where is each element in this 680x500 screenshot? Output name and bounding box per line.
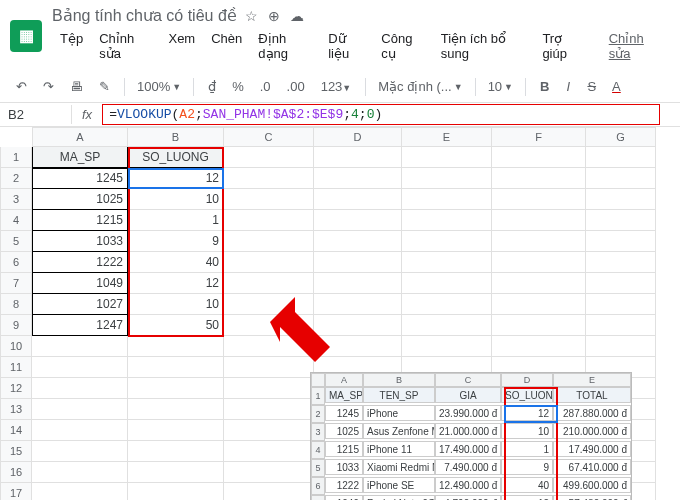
cell-B4[interactable]: 1 [128,210,224,231]
paint-format-button[interactable]: ✎ [93,75,116,98]
cell-C3[interactable] [224,189,314,210]
cell-C9[interactable] [224,315,314,336]
row-header-14[interactable]: 14 [0,420,32,441]
strike-button[interactable]: S [581,75,602,98]
cell-B16[interactable] [128,462,224,483]
cell-E10[interactable] [402,336,492,357]
print-button[interactable]: 🖶 [64,75,89,98]
cell-D4[interactable] [314,210,402,231]
cell-A13[interactable] [32,399,128,420]
cell-F8[interactable] [492,294,586,315]
cell-D3[interactable] [314,189,402,210]
undo-button[interactable]: ↶ [10,75,33,98]
edit-link[interactable]: Chỉnh sửa [601,27,670,65]
cell-F9[interactable] [492,315,586,336]
dec-decimal-button[interactable]: .0 [254,75,277,98]
cell-C7[interactable] [224,273,314,294]
row-header-9[interactable]: 9 [0,315,32,336]
cell-A7[interactable]: 1049 [32,273,128,294]
currency-button[interactable]: ₫ [202,75,222,98]
col-header-E[interactable]: E [402,127,492,147]
cell-C10[interactable] [224,336,314,357]
cell-G7[interactable] [586,273,656,294]
cell-F10[interactable] [492,336,586,357]
cell-A10[interactable] [32,336,128,357]
cell-G5[interactable] [586,231,656,252]
cell-B10[interactable] [128,336,224,357]
row-header-16[interactable]: 16 [0,462,32,483]
cell-B2[interactable]: 12 [128,168,224,189]
cell-C16[interactable] [224,462,314,483]
cell-G8[interactable] [586,294,656,315]
cell-A14[interactable] [32,420,128,441]
row-header-5[interactable]: 5 [0,231,32,252]
cell-C15[interactable] [224,441,314,462]
cell-D7[interactable] [314,273,402,294]
cell-B7[interactable]: 12 [128,273,224,294]
cell-C13[interactable] [224,399,314,420]
menu-trợ giúp[interactable]: Trợ giúp [534,27,592,65]
cell-A1[interactable]: MA_SP [32,147,128,168]
more-formats-button[interactable]: 123▼ [315,75,358,98]
cell-E7[interactable] [402,273,492,294]
col-header-D[interactable]: D [314,127,402,147]
cell-F4[interactable] [492,210,586,231]
col-header-C[interactable]: C [224,127,314,147]
row-header-17[interactable]: 17 [0,483,32,500]
cell-G3[interactable] [586,189,656,210]
row-header-12[interactable]: 12 [0,378,32,399]
cell-D8[interactable] [314,294,402,315]
doc-title[interactable]: Bảng tính chưa có tiêu đề [52,6,237,25]
menu-tiện ích bổ sung[interactable]: Tiện ích bổ sung [433,27,535,65]
cell-B1[interactable]: SO_LUONG [128,147,224,168]
row-header-8[interactable]: 8 [0,294,32,315]
menu-chèn[interactable]: Chèn [203,27,250,65]
cell-E8[interactable] [402,294,492,315]
cell-B5[interactable]: 9 [128,231,224,252]
bold-button[interactable]: B [534,75,555,98]
cell-B3[interactable]: 10 [128,189,224,210]
cell-G1[interactable] [586,147,656,168]
menu-công cụ[interactable]: Công cụ [373,27,432,65]
col-header-F[interactable]: F [492,127,586,147]
cell-C2[interactable] [224,168,314,189]
cell-G9[interactable] [586,315,656,336]
cell-D10[interactable] [314,336,402,357]
cell-E4[interactable] [402,210,492,231]
cell-G10[interactable] [586,336,656,357]
cell-F7[interactable] [492,273,586,294]
cell-F6[interactable] [492,252,586,273]
menu-xem[interactable]: Xem [160,27,203,65]
cell-C14[interactable] [224,420,314,441]
col-header-G[interactable]: G [586,127,656,147]
cell-B12[interactable] [128,378,224,399]
cell-A4[interactable]: 1215 [32,210,128,231]
cell-B13[interactable] [128,399,224,420]
cell-F5[interactable] [492,231,586,252]
row-header-3[interactable]: 3 [0,189,32,210]
cell-F2[interactable] [492,168,586,189]
row-header-6[interactable]: 6 [0,252,32,273]
menu-dữ liệu[interactable]: Dữ liệu [320,27,373,65]
cell-A17[interactable] [32,483,128,500]
row-header-15[interactable]: 15 [0,441,32,462]
text-color-button[interactable]: A [606,75,627,98]
cell-B14[interactable] [128,420,224,441]
italic-button[interactable]: I [559,75,577,98]
col-header-B[interactable]: B [128,127,224,147]
cell-A5[interactable]: 1033 [32,231,128,252]
cell-A9[interactable]: 1247 [32,315,128,336]
cell-A8[interactable]: 1027 [32,294,128,315]
cell-A15[interactable] [32,441,128,462]
cell-G4[interactable] [586,210,656,231]
star-icon[interactable]: ☆ [245,8,258,24]
cell-E5[interactable] [402,231,492,252]
inc-decimal-button[interactable]: .00 [281,75,311,98]
cell-A6[interactable]: 1222 [32,252,128,273]
cell-B17[interactable] [128,483,224,500]
cell-D5[interactable] [314,231,402,252]
menu-định dạng[interactable]: Định dạng [250,27,320,65]
move-icon[interactable]: ⊕ [268,8,280,24]
row-header-2[interactable]: 2 [0,168,32,189]
cell-E9[interactable] [402,315,492,336]
